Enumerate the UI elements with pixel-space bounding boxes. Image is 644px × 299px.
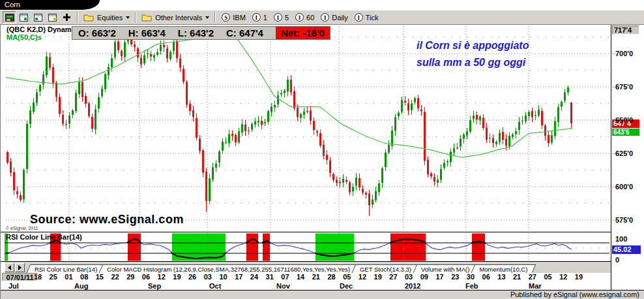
add-button[interactable] [60,11,74,24]
interval-circle-icon: I [252,13,261,22]
pane-divider [1,232,644,232]
interval-button-daily[interactable]: IDaily [317,11,351,24]
interval-label: 5 [285,14,289,22]
rsi-value-badge: 45.02 [612,245,641,254]
chevron-down-icon [126,16,130,19]
plus-icon [63,14,70,21]
price-tick-label: 600'0 [615,183,633,191]
date-tick: 15 [96,273,104,281]
equities-label: Equities [97,14,123,22]
date-tick: 12 [559,273,567,281]
month-tick: Oct [209,282,221,290]
open-value: 663'2 [92,27,116,39]
annotation-line-2: sulla mm a 50 gg oggi [417,54,529,71]
date-tick: 08 [80,273,88,281]
date-tick: 27 [529,273,536,281]
date-tick: 14 [297,273,304,281]
month-tick: Sep [148,282,161,290]
date-tick: 25 [50,273,57,281]
date-tick: 18 [34,273,42,281]
interval-label: 60 [306,14,314,22]
cascade-windows-button[interactable] [31,11,45,24]
price-tick-label: 575'0 [615,216,633,224]
status-bar: Published by eSignal (www.esignal.com) [1,291,644,299]
date-tick: 13 [497,273,505,281]
date-tick: 31 [266,273,274,281]
rsi-indicator-pane[interactable] [5,232,611,262]
date-tick: 09 [420,273,428,281]
date-tick: 30 [467,273,475,281]
right-arrow-icon [18,265,22,270]
date-tick: 21 [513,273,521,281]
high-label: H: [128,27,139,39]
month-tick: Jul [8,282,19,290]
interval-label: Tick [366,14,379,22]
copyright-text: © eSignal, 2011 [6,226,38,230]
date-tick: 17 [435,273,443,281]
date-tick: 01 [65,273,72,281]
folder-icon [83,13,94,22]
date-tick: 28 [327,273,335,281]
interval-button-5[interactable]: I5 [271,11,292,24]
interval-circle-icon: I [274,13,282,22]
date-tick: 23 [451,273,459,281]
symbol-label: IBM [233,14,246,22]
folder-icon [141,13,152,22]
date-tick: 05 [343,273,351,281]
date-tick: 10 [219,273,227,281]
price-tick-label: 675'0 [615,83,633,91]
indicator-tab-row: RSI Color Line Bar(14)Color MACD Histogr… [5,262,611,273]
month-tick: Aug [74,282,88,290]
equities-dropdown[interactable]: Equities [81,11,132,24]
date-tick: 29 [126,273,134,281]
symbol-button[interactable]: S IBM [218,11,249,24]
scale-top-label: 717'4 [612,25,639,35]
date-tick: 19 [374,273,382,281]
tile-windows-button[interactable] [17,11,31,24]
interval-circle-icon: I [355,13,363,22]
month-axis: JulAugSepOctNovDec2012FebMar [5,282,611,290]
rsi-scale-bottom: 0 [615,256,619,264]
price-scale: 717'4 647'4 643'6 100 45.02 0 700'0675'0… [611,25,644,290]
month-tick: Mar [529,282,542,290]
window-title: Corn [5,1,20,8]
date-axis: 07/01/11 1825010815222906121926031017243… [5,273,611,282]
interval-button-group: I1I5I60IDailyITick [249,11,382,24]
published-by-text: Published by eSignal (www.esignal.com) [510,291,639,298]
low-value: 643'2 [190,27,214,39]
date-tick: 21 [312,273,320,281]
date-tick: 17 [235,273,242,281]
rsi-pane-label: RSI Color Line Bar(14) [6,233,82,241]
date-tick: 19 [575,273,583,281]
date-tick: 12 [359,273,366,281]
window-properties-button[interactable]: ★ [46,11,59,24]
source-watermark: Source: www.eSignal.com [30,213,184,227]
cascade-windows-icon [34,14,42,22]
toolbar: ★ Equities Other Intervals S IBM I1I5I60… [0,10,644,25]
date-tick: 05 [544,273,551,281]
interval-button-tick[interactable]: ITick [351,11,382,24]
window-title-tab[interactable]: Corn [0,0,100,10]
interval-button-60[interactable]: I60 [292,11,317,24]
chart-annotation: il Corn si è appoggiato sulla mm a 50 gg… [417,37,529,71]
quote-window-button[interactable] [3,11,16,24]
net-value: -16'0 [302,27,325,39]
date-tick: 26 [188,273,196,281]
ma-study-label: MA(50,C)s [7,33,42,41]
interval-label: 1 [263,14,267,22]
date-tick: 03 [204,273,212,281]
close-value: 647'4 [239,27,263,39]
date-tick: 07 [281,273,289,281]
month-tick: Feb [465,282,478,290]
toolbar-separator [214,12,216,23]
ma-value-badge: 643'6 [612,129,639,136]
tab-scroll-right-button[interactable] [15,263,25,272]
price-tick-label: 650'0 [615,116,633,124]
chevron-down-icon [205,16,209,19]
other-intervals-dropdown[interactable]: Other Intervals [139,11,212,24]
properties-icon: ★ [48,14,57,22]
interval-label: Daily [332,14,347,22]
tab-scroll-left-button[interactable] [5,263,14,272]
interval-button-1[interactable]: I1 [249,11,271,24]
quote-board-icon [5,14,14,22]
